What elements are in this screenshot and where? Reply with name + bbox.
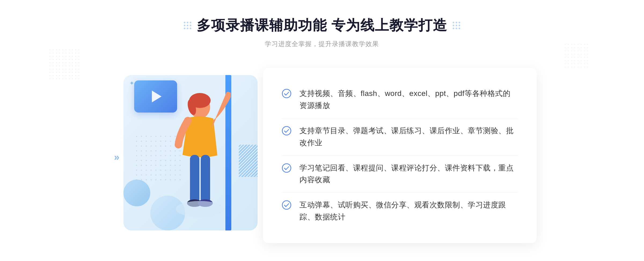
feature-item-2: 支持章节目录、弹题考试、课后练习、课后作业、章节测验、批改作业 [282, 118, 518, 156]
svg-point-9 [282, 126, 291, 135]
human-figure [161, 86, 231, 236]
check-icon-3 [282, 163, 291, 173]
sparkle-decoration: ✦ [129, 80, 134, 87]
feature-text-1: 支持视频、音频、flash、word、excel、ppt、pdf等各种格式的资源… [299, 88, 518, 112]
chevron-decoration: » [114, 152, 119, 163]
stripe-decoration [239, 145, 258, 177]
header-section: 多项录播课辅助功能 专为线上教学打造 [184, 16, 460, 48]
svg-point-8 [282, 89, 291, 98]
check-icon-1 [282, 89, 291, 98]
svg-rect-4 [201, 155, 210, 203]
main-content: ✦ » [107, 64, 537, 247]
check-icon-2 [282, 126, 291, 136]
feature-text-2: 支持章节目录、弹题考试、课后练习、课后作业、章节测验、批改作业 [299, 125, 518, 149]
svg-point-7 [176, 201, 224, 217]
bg-dots-left [48, 48, 80, 80]
feature-item-4: 互动弹幕、试听购买、微信分享、观看次数限制、学习进度跟踪、数据统计 [282, 193, 518, 230]
feature-item-1: 支持视频、音频、flash、word、excel、ppt、pdf等各种格式的资源… [282, 81, 518, 118]
bg-dots-right [564, 43, 590, 70]
feature-item-3: 学习笔记回看、课程提问、课程评论打分、课件资料下载，重点内容收藏 [282, 156, 518, 193]
title-dots-right [453, 22, 460, 29]
page-subtitle: 学习进度全掌握，提升录播课教学效果 [184, 40, 460, 48]
svg-rect-3 [190, 155, 199, 203]
feature-text-4: 互动弹幕、试听购买、微信分享、观看次数限制、学习进度跟踪、数据统计 [299, 199, 518, 223]
title-dots-left [184, 22, 191, 29]
illustration-area: ✦ » [107, 64, 274, 247]
page-title: 多项录播课辅助功能 专为线上教学打造 [197, 16, 447, 35]
page-wrapper: 多项录播课辅助功能 专为线上教学打造 [0, 0, 644, 261]
svg-point-11 [282, 201, 291, 209]
blue-circle-1 [123, 180, 150, 206]
check-icon-4 [282, 200, 291, 210]
svg-point-10 [282, 164, 291, 172]
feature-text-3: 学习笔记回看、课程提问、课程评论打分、课件资料下载，重点内容收藏 [299, 162, 518, 186]
play-icon [152, 91, 162, 102]
features-card: 支持视频、音频、flash、word、excel、ppt、pdf等各种格式的资源… [263, 68, 537, 243]
header-title-row: 多项录播课辅助功能 专为线上教学打造 [184, 16, 460, 35]
